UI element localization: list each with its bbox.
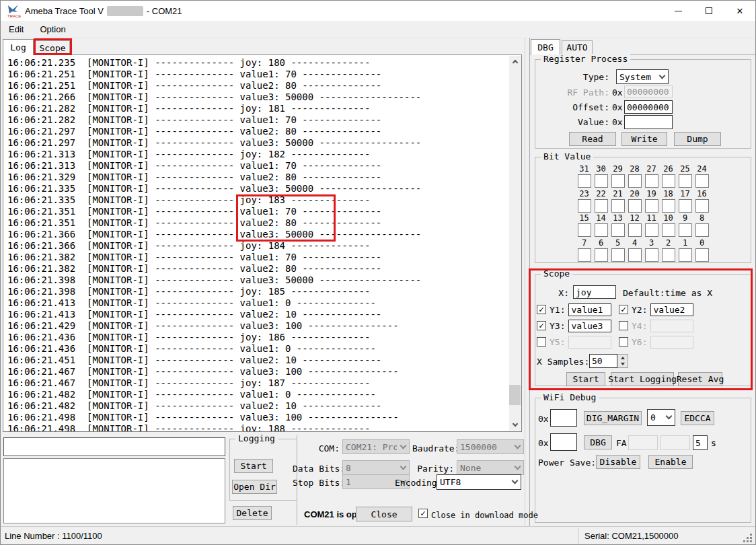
- bit-cell-10: 10: [660, 213, 677, 237]
- scope-start-logging-button[interactable]: Start Logging: [611, 372, 674, 386]
- scope-y2-input[interactable]: [650, 303, 693, 316]
- close-download-checkbox[interactable]: ✓: [418, 509, 428, 518]
- resize-grip-icon[interactable]: [750, 540, 752, 542]
- scrollbar-thumb[interactable]: [509, 385, 521, 405]
- tab-scope[interactable]: Scope: [35, 40, 70, 54]
- tab-log[interactable]: Log: [3, 39, 34, 55]
- dump-button[interactable]: Dump: [674, 132, 721, 146]
- menu-edit[interactable]: Edit: [1, 21, 32, 38]
- bit-input-26[interactable]: [662, 174, 675, 188]
- right-panel-border: [529, 38, 530, 526]
- scope-y3-input[interactable]: [568, 320, 611, 332]
- scope-y2-checkbox[interactable]: ✓: [619, 305, 628, 314]
- baudrate-label: Baudrate:: [412, 443, 454, 453]
- scope-y5-checkbox[interactable]: [537, 337, 546, 347]
- log-scrollbar[interactable]: [509, 56, 521, 431]
- logging-start-button[interactable]: Start: [234, 459, 273, 473]
- bit-input-8[interactable]: [695, 223, 709, 237]
- bit-input-10[interactable]: [662, 223, 675, 237]
- bit-input-9[interactable]: [679, 223, 692, 237]
- dig-margin-button[interactable]: DIG_MARGIN: [584, 411, 642, 425]
- edcca-select[interactable]: 0: [647, 409, 675, 426]
- scroll-down-button[interactable]: [509, 419, 521, 431]
- dbg-button[interactable]: DBG: [584, 435, 612, 449]
- bit-row-7-0: 76543210: [576, 238, 710, 262]
- bit-input-25[interactable]: [679, 174, 692, 188]
- read-button[interactable]: Read: [569, 132, 616, 146]
- delete-button[interactable]: Delete: [233, 506, 272, 520]
- edcca-button[interactable]: EDCCA: [681, 411, 714, 425]
- menu-option[interactable]: Option: [32, 21, 73, 38]
- power-save-disable-button[interactable]: Disable: [596, 455, 640, 469]
- bit-input-29[interactable]: [611, 174, 625, 188]
- spin-up-button[interactable]: [617, 355, 628, 361]
- fa-label: FA: [616, 438, 627, 448]
- bit-input-2[interactable]: [662, 248, 675, 262]
- type-select[interactable]: System: [616, 69, 669, 84]
- scope-y1-checkbox[interactable]: ✓: [537, 305, 546, 314]
- stop-bits-select-value: 1: [346, 477, 397, 487]
- bit-input-23[interactable]: [578, 199, 591, 213]
- bit-input-22[interactable]: [595, 199, 608, 213]
- bit-input-28[interactable]: [628, 174, 642, 188]
- bit-input-17[interactable]: [679, 199, 692, 213]
- scope-y4-checkbox[interactable]: [619, 321, 628, 330]
- x-samples-input[interactable]: [589, 354, 617, 368]
- scope-y3-checkbox[interactable]: ✓: [537, 321, 546, 330]
- dbg-input[interactable]: [550, 433, 577, 451]
- bit-input-19[interactable]: [645, 199, 658, 213]
- tab-auto[interactable]: AUTO: [562, 40, 593, 54]
- offset-input[interactable]: [624, 100, 673, 114]
- log-line: 16:06:21.335 [MONITOR-I] -------------- …: [7, 183, 421, 194]
- bit-input-3[interactable]: [645, 248, 658, 262]
- write-button[interactable]: Write: [621, 132, 667, 146]
- scope-reset-avg-button[interactable]: Reset Avg: [678, 372, 722, 386]
- com-close-button[interactable]: Close: [356, 507, 412, 521]
- close-button[interactable]: ✕: [724, 1, 755, 21]
- scope-y1-input[interactable]: [568, 303, 611, 316]
- dig-margin-input[interactable]: [550, 409, 577, 427]
- bit-input-20[interactable]: [628, 199, 642, 213]
- scope-y6-checkbox[interactable]: [619, 337, 628, 347]
- bit-input-6[interactable]: [595, 248, 608, 262]
- bit-label-19: 19: [646, 189, 656, 199]
- bit-input-4[interactable]: [628, 248, 642, 262]
- bit-input-11[interactable]: [645, 223, 658, 237]
- fa-seconds-input[interactable]: [693, 435, 708, 450]
- bit-input-15[interactable]: [578, 223, 591, 237]
- bit-input-12[interactable]: [628, 223, 642, 237]
- spin-down-button[interactable]: [617, 361, 628, 368]
- log-view[interactable]: 16:06:21.235 [MONITOR-I] -------------- …: [3, 54, 522, 432]
- scope-start-button[interactable]: Start: [566, 372, 605, 386]
- value-input[interactable]: [624, 115, 673, 129]
- spin-down-icon: [621, 363, 625, 365]
- tab-dbg[interactable]: DBG: [531, 39, 560, 54]
- maximize-button[interactable]: [693, 1, 724, 21]
- open-dir-button[interactable]: Open Dir: [232, 480, 277, 494]
- baudrate-select: 1500000: [457, 439, 524, 454]
- bit-input-14[interactable]: [595, 223, 608, 237]
- bit-input-30[interactable]: [595, 174, 608, 188]
- bit-input-13[interactable]: [611, 223, 625, 237]
- bit-input-16[interactable]: [695, 199, 709, 213]
- encoding-select[interactable]: UTF8: [437, 474, 521, 490]
- bit-input-21[interactable]: [611, 199, 625, 213]
- filter-input[interactable]: [3, 437, 225, 456]
- power-save-enable-button[interactable]: Enable: [648, 455, 693, 469]
- log-file-list[interactable]: [3, 458, 225, 523]
- bit-input-5[interactable]: [611, 248, 625, 262]
- x-samples-stepper[interactable]: [589, 354, 628, 368]
- minimize-button[interactable]: [663, 1, 693, 21]
- scroll-up-button[interactable]: [509, 56, 521, 67]
- scope-x-input[interactable]: [573, 285, 616, 299]
- bit-input-7[interactable]: [578, 248, 591, 262]
- log-line: 16:06:21.297 [MONITOR-I] -------------- …: [7, 137, 421, 149]
- bit-input-31[interactable]: [578, 174, 591, 188]
- encoding-select-value: UTF8: [440, 477, 508, 487]
- bit-input-27[interactable]: [645, 174, 658, 188]
- bit-input-0[interactable]: [695, 248, 709, 262]
- bit-input-18[interactable]: [662, 199, 675, 213]
- bit-label-22: 22: [596, 189, 605, 199]
- bit-input-24[interactable]: [695, 174, 709, 188]
- bit-input-1[interactable]: [679, 248, 692, 262]
